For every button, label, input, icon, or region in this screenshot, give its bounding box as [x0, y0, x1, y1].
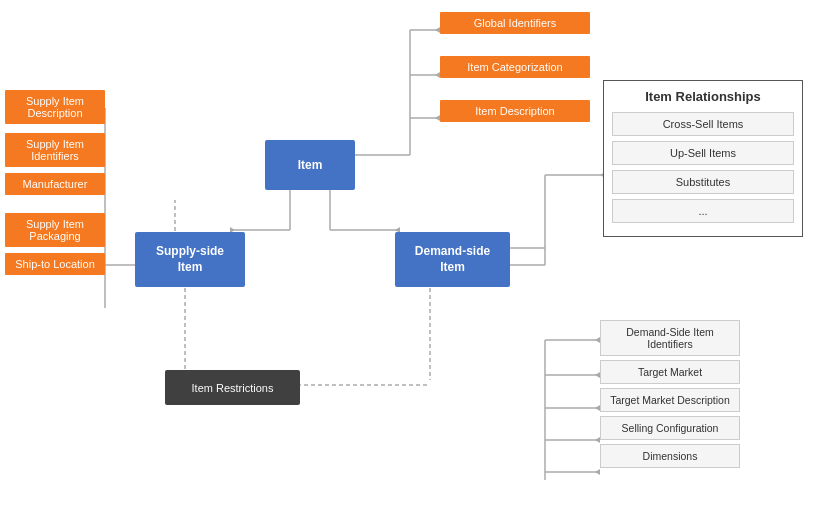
- target-market-description: Target Market Description: [600, 388, 740, 412]
- demand-panel: Demand-Side ItemIdentifiers Target Marke…: [600, 320, 740, 472]
- diagram-container: Global Identifiers Item Categorization I…: [0, 0, 820, 506]
- ship-to-location-box: Ship-to Location: [5, 253, 105, 275]
- supply-side-box: Supply-sideItem: [135, 232, 245, 287]
- cross-sell-items: Cross-Sell Items: [612, 112, 794, 136]
- supply-item-packaging-box: Supply Item Packaging: [5, 213, 105, 247]
- selling-configuration: Selling Configuration: [600, 416, 740, 440]
- target-market: Target Market: [600, 360, 740, 384]
- more-items: ...: [612, 199, 794, 223]
- item-box: Item: [265, 140, 355, 190]
- item-categorization-box: Item Categorization: [440, 56, 590, 78]
- demand-side-identifiers: Demand-Side ItemIdentifiers: [600, 320, 740, 356]
- item-restrictions-box: Item Restrictions: [165, 370, 300, 405]
- supply-item-description-box: Supply Item Description: [5, 90, 105, 124]
- up-sell-items: Up-Sell Items: [612, 141, 794, 165]
- relationships-panel: Item Relationships Cross-Sell Items Up-S…: [603, 80, 803, 237]
- supply-item-identifiers-box: Supply Item Identifiers: [5, 133, 105, 167]
- substitutes: Substitutes: [612, 170, 794, 194]
- manufacturer-box: Manufacturer: [5, 173, 105, 195]
- global-identifiers-box: Global Identifiers: [440, 12, 590, 34]
- item-description-box: Item Description: [440, 100, 590, 122]
- demand-side-box: Demand-sideItem: [395, 232, 510, 287]
- dimensions: Dimensions: [600, 444, 740, 468]
- relationships-panel-title: Item Relationships: [612, 89, 794, 104]
